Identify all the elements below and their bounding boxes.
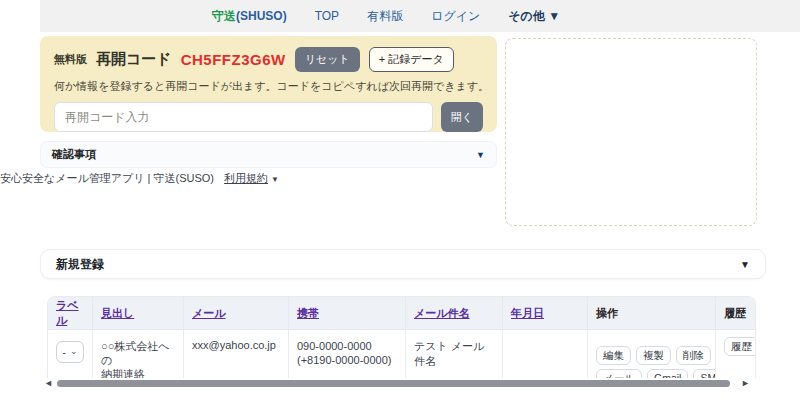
plan-badge: 無料版: [54, 52, 87, 67]
scroll-left-arrow-icon[interactable]: ◄: [44, 378, 53, 388]
register-section-header[interactable]: 新規登録 ▼: [40, 249, 766, 279]
table-header-row: ラベル 見出し メール 携帯 メール件名 年月日 操作 履歴: [48, 297, 755, 330]
resume-code-panel: 無料版 再開コード CH5FFZ3G6W リセット + 記録データ 何か情報を登…: [40, 36, 497, 132]
cell-actions: 編集 複製 削除 メール Gmail SM: [596, 339, 716, 378]
brand-suffix: (SHUSO): [236, 9, 287, 23]
caret-down-icon[interactable]: ▼: [476, 150, 485, 160]
gmail-button[interactable]: Gmail: [647, 369, 688, 378]
column-header-heading[interactable]: 見出し: [101, 306, 134, 321]
cell-heading: ○○株式会社への 納期連絡: [101, 339, 175, 378]
nav-brand[interactable]: 守送(SHUSO): [212, 8, 287, 25]
edit-button[interactable]: 編集: [596, 346, 631, 365]
register-section-title: 新規登録: [56, 256, 104, 273]
cell-mail-subject: テスト メール 件名: [414, 339, 494, 369]
label-select-value: -: [63, 347, 66, 358]
column-header-date[interactable]: 年月日: [511, 306, 544, 321]
column-header-mail-subject[interactable]: メール件名: [414, 306, 470, 321]
delete-button[interactable]: 削除: [676, 346, 711, 365]
brand-name: 守送: [212, 9, 236, 23]
horizontal-scrollbar-thumb[interactable]: [57, 380, 730, 387]
record-data-button[interactable]: + 記録データ: [369, 47, 454, 72]
cell-email: xxx@yahoo.co.jp: [192, 339, 276, 351]
duplicate-button[interactable]: 複製: [636, 346, 671, 365]
column-header-email[interactable]: メール: [192, 306, 226, 321]
cell-phone: 090-0000-0000 (+8190-0000-0000): [297, 339, 392, 367]
sms-button[interactable]: SM: [693, 369, 716, 378]
column-header-actions: 操作: [596, 306, 618, 321]
resume-code-value: CH5FFZ3G6W: [181, 51, 286, 68]
resume-code-input[interactable]: [54, 102, 433, 132]
confirm-section-header[interactable]: 確認事項 ▼: [40, 141, 497, 168]
open-button[interactable]: 開く: [441, 102, 483, 132]
caret-down-icon[interactable]: ▼: [740, 259, 750, 270]
reset-button[interactable]: リセット: [295, 47, 360, 72]
nav-item-login[interactable]: ログイン: [431, 8, 480, 25]
caret-down-icon[interactable]: ▼: [271, 175, 279, 184]
nav-item-paid-version[interactable]: 有料版: [367, 8, 403, 25]
terms-link[interactable]: 利用規約: [224, 172, 268, 184]
records-table: ラベル 見出し メール 携帯 メール件名 年月日 操作 履歴 - ⌄ ○○株式会…: [47, 296, 756, 378]
history-button[interactable]: 履歴: [724, 337, 756, 356]
scroll-right-arrow-icon[interactable]: ►: [741, 378, 750, 388]
page: 守送(SHUSO) TOP 有料版 ログイン その他 ▼ 無料版 再開コード C…: [0, 0, 800, 400]
content-placeholder-box: [505, 38, 757, 226]
nav-item-top[interactable]: TOP: [315, 9, 339, 23]
app-tagline: 安心安全なメール管理アプリ | 守送(SUSO) 利用規約 ▼: [0, 171, 279, 186]
resume-code-description: 何か情報を登録すると再開コードが出ます。コードをコピペすれば次回再開できます。: [54, 79, 483, 94]
chevron-down-icon: ⌄: [70, 346, 78, 356]
column-header-label[interactable]: ラベル: [56, 298, 84, 328]
label-select[interactable]: - ⌄: [56, 341, 84, 363]
resume-code-header: 無料版 再開コード CH5FFZ3G6W リセット + 記録データ: [54, 47, 483, 72]
confirm-section-title: 確認事項: [52, 147, 96, 162]
mail-button[interactable]: メール: [596, 369, 642, 378]
resume-code-input-row: 開く: [54, 102, 483, 132]
column-header-history: 履歴: [724, 306, 746, 321]
column-header-phone[interactable]: 携帯: [297, 306, 319, 321]
tagline-text: 安心安全なメール管理アプリ | 守送(SUSO): [0, 171, 214, 186]
resume-code-title: 再開コード: [96, 50, 172, 69]
top-nav: 守送(SHUSO) TOP 有料版 ログイン その他 ▼: [40, 0, 800, 32]
table-row: - ⌄ ○○株式会社への 納期連絡 xxx@yahoo.co.jp 090-00…: [48, 330, 755, 378]
nav-item-others-menu[interactable]: その他 ▼: [508, 8, 560, 25]
